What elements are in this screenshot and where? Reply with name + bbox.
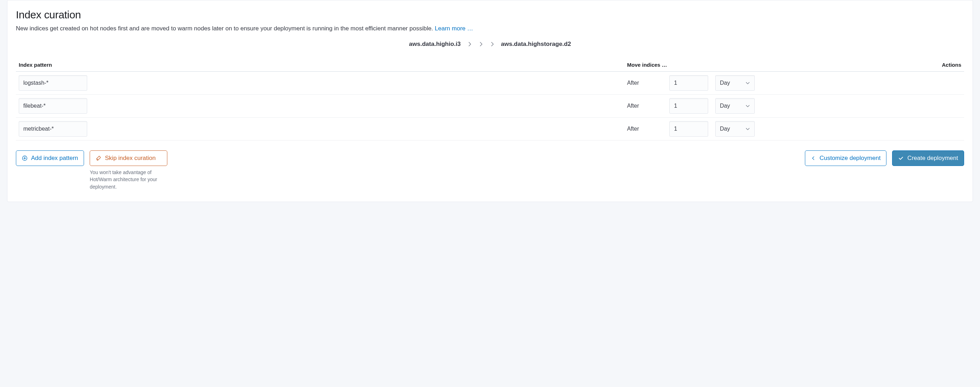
- time-unit-value: Day: [720, 103, 730, 109]
- page-description: New indices get created on hot nodes fir…: [16, 25, 964, 32]
- after-label: After: [624, 95, 667, 118]
- after-label: After: [624, 72, 667, 95]
- page-title: Index curation: [16, 9, 964, 21]
- arrow-right-icon: [490, 41, 495, 46]
- index-pattern-input[interactable]: [19, 98, 87, 114]
- add-index-pattern-button[interactable]: Add index pattern: [16, 150, 84, 166]
- time-unit-select[interactable]: Day: [715, 75, 755, 91]
- col-header-move: Move indices …: [624, 58, 758, 72]
- time-unit-value: Day: [720, 80, 730, 86]
- customize-deployment-button[interactable]: Customize deployment: [805, 150, 886, 166]
- col-header-actions: Actions: [758, 58, 964, 72]
- chevron-down-icon: [745, 81, 750, 86]
- time-unit-value: Day: [720, 126, 730, 132]
- skip-label: Skip index curation: [105, 154, 156, 162]
- index-pattern-input[interactable]: [19, 121, 87, 137]
- index-pattern-input[interactable]: [19, 75, 87, 91]
- learn-more-link[interactable]: Learn more …: [435, 25, 473, 32]
- chevron-down-icon: [745, 126, 750, 131]
- description-text: New indices get created on hot nodes fir…: [16, 25, 435, 32]
- check-icon: [898, 155, 904, 161]
- move-after-number-input[interactable]: [669, 75, 708, 91]
- time-unit-select[interactable]: Day: [715, 98, 755, 114]
- table-row: After Day: [16, 72, 964, 95]
- after-label: After: [624, 118, 667, 140]
- arrow-right-icon: [478, 41, 483, 46]
- move-after-number-input[interactable]: [669, 121, 708, 137]
- move-after-number-input[interactable]: [669, 98, 708, 114]
- chevron-down-icon: [745, 104, 750, 108]
- dest-node-label: aws.data.highstorage.d2: [501, 41, 571, 48]
- curation-rules-table: Index pattern Move indices … Actions Aft…: [16, 58, 964, 140]
- skip-index-curation-button[interactable]: Skip index curation: [90, 150, 167, 166]
- footer-actions: Add index pattern Skip index curation Yo…: [16, 150, 964, 190]
- create-label: Create deployment: [907, 154, 958, 162]
- table-row: After Day: [16, 118, 964, 140]
- index-curation-card: Index curation New indices get created o…: [7, 0, 973, 202]
- table-row: After Day: [16, 95, 964, 118]
- skip-hint-text: You won't take advantage of Hot/Warm arc…: [90, 169, 167, 190]
- source-node-label: aws.data.highio.i3: [409, 41, 461, 48]
- time-unit-select[interactable]: Day: [715, 121, 755, 137]
- create-deployment-button[interactable]: Create deployment: [892, 150, 964, 166]
- customize-label: Customize deployment: [819, 154, 880, 162]
- plus-circle-icon: [22, 155, 27, 161]
- skip-block: Skip index curation You won't take advan…: [90, 150, 167, 190]
- add-index-pattern-label: Add index pattern: [31, 154, 78, 162]
- broom-icon: [95, 155, 101, 161]
- node-transition-row: aws.data.highio.i3 aws.data.highstorage.…: [16, 41, 964, 48]
- arrow-right-icon: [467, 41, 472, 46]
- chevron-left-icon: [811, 156, 816, 161]
- col-header-pattern: Index pattern: [16, 58, 624, 72]
